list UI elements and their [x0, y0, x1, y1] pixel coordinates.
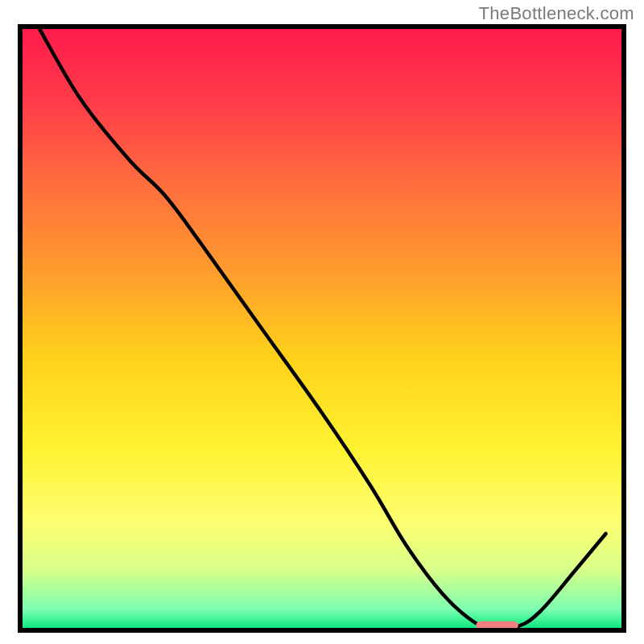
bottleneck-chart — [0, 0, 644, 644]
chart-container: TheBottleneck.com — [0, 0, 644, 644]
plot-area — [20, 27, 624, 630]
plot-background — [20, 27, 624, 630]
